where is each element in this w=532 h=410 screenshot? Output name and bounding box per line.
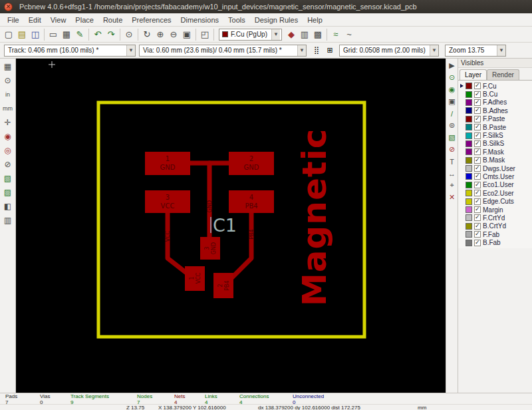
layer-row-margin[interactable]: Margin <box>460 206 532 214</box>
zoom-in-icon[interactable]: ⊕ <box>154 28 167 41</box>
open-board-icon[interactable]: ▤ <box>15 28 29 41</box>
menu-edit[interactable]: Edit <box>24 15 46 25</box>
layer-row-eco1user[interactable]: Eco1.User <box>460 181 532 189</box>
grid-size-dropdown[interactable]: Grid: 0.0508 mm (2.00 mils) ▼ <box>339 45 439 57</box>
layer-row-fcrtyd[interactable]: F.CrtYd <box>460 214 532 222</box>
grid-visibility-icon[interactable]: ▦ <box>1 60 15 73</box>
footprint-editor-icon[interactable]: ◰ <box>198 28 211 41</box>
plot-icon[interactable]: ✎ <box>73 28 86 41</box>
module-mode-icon[interactable]: ▩ <box>311 28 325 41</box>
add-via-icon[interactable]: ⊚ <box>446 120 458 131</box>
page-settings-icon[interactable]: ▭ <box>47 28 60 41</box>
layer-row-bcrtyd[interactable]: B.CrtYd <box>460 222 532 230</box>
layer-visibility-checkbox[interactable] <box>474 140 481 147</box>
layer-color-swatch[interactable] <box>466 206 472 213</box>
layer-row-fsilks[interactable]: F.SilkS <box>460 131 532 139</box>
layer-color-swatch[interactable] <box>466 99 472 106</box>
layer-color-swatch[interactable] <box>466 107 472 114</box>
save-board-icon[interactable]: ◫ <box>29 28 42 41</box>
units-inch-icon[interactable]: in <box>1 88 15 101</box>
menu-dimensions[interactable]: Dimensions <box>176 15 223 25</box>
ratsnest-icon[interactable]: ◉ <box>1 130 15 143</box>
layer-row-badhes[interactable]: B.Adhes <box>460 106 532 114</box>
layer-visibility-checkbox[interactable] <box>474 206 481 213</box>
layer-row-edgecuts[interactable]: Edge.Cuts <box>460 197 532 205</box>
layer-row-bsilks[interactable]: B.SilkS <box>460 140 532 148</box>
layer-row-fmask[interactable]: F.Mask <box>460 148 532 156</box>
layer-row-fadhes[interactable]: F.Adhes <box>460 99 532 106</box>
layer-visibility-checkbox[interactable] <box>474 157 481 164</box>
layer-visibility-checkbox[interactable] <box>474 124 481 130</box>
delete-item-icon[interactable]: ✕ <box>446 192 458 203</box>
tab-render[interactable]: Render <box>487 69 519 80</box>
redo-icon[interactable]: ↷ <box>104 28 118 41</box>
layer-selector-dropdown[interactable]: F.Cu (PgUp) ▼ <box>219 29 282 41</box>
zoom-redraw-icon[interactable]: ↻ <box>140 28 154 41</box>
menu-place[interactable]: Place <box>70 15 98 25</box>
layer-row-dwgsuser[interactable]: Dwgs.User <box>460 164 532 172</box>
units-mm-icon[interactable]: mm <box>1 102 15 115</box>
layer-row-eco2user[interactable]: Eco2.User <box>460 189 532 197</box>
layer-visibility-checkbox[interactable] <box>474 240 481 246</box>
polar-coords-icon[interactable]: ⊙ <box>1 74 15 87</box>
layer-visibility-checkbox[interactable] <box>474 165 481 172</box>
high-contrast-icon[interactable]: ◧ <box>1 200 15 213</box>
pcb-canvas[interactable]: 1 GND 2 GND 3 VCC 4 PB4 3 GND <box>16 59 446 393</box>
local-ratsnest-icon[interactable]: ◉ <box>446 84 458 95</box>
layer-color-swatch[interactable] <box>466 173 472 180</box>
layer-visibility-checkbox[interactable] <box>474 173 481 180</box>
layer-row-bmask[interactable]: B.Mask <box>460 156 532 164</box>
add-target-icon[interactable]: ⌖ <box>446 180 458 191</box>
cursor-shape-icon[interactable]: ✛ <box>1 116 15 129</box>
close-button-icon[interactable]: ✕ <box>4 3 13 11</box>
layer-visibility-checkbox[interactable] <box>474 214 481 221</box>
add-footprint-icon[interactable]: ▣ <box>446 96 458 107</box>
layer-visibility-checkbox[interactable] <box>474 190 481 196</box>
microwave-icon[interactable]: ~ <box>342 28 356 41</box>
copper-traces[interactable] <box>168 163 251 282</box>
menu-preferences[interactable]: Preferences <box>127 15 176 25</box>
component-value-text[interactable]: Magnetic <box>295 128 334 306</box>
layer-color-swatch[interactable] <box>466 132 472 139</box>
layer-color-swatch[interactable] <box>466 157 472 164</box>
menu-view[interactable]: View <box>46 15 71 25</box>
layer-color-swatch[interactable] <box>466 165 472 172</box>
show-zones-icon[interactable]: ▧ <box>1 172 15 185</box>
add-dimension-icon[interactable]: ↔ <box>446 168 458 179</box>
menu-design-rules[interactable]: Design Rules <box>250 15 303 25</box>
zoom-out-icon[interactable]: ⊖ <box>167 28 180 41</box>
pad-bottom-1-vcc[interactable] <box>185 266 205 291</box>
select-tool-icon[interactable]: ▶ <box>446 60 458 71</box>
layer-color-swatch[interactable] <box>466 124 472 130</box>
layer-color-swatch[interactable] <box>466 148 472 155</box>
layer-color-swatch[interactable] <box>466 116 472 122</box>
layer-color-swatch[interactable] <box>466 231 472 238</box>
layer-color-swatch[interactable] <box>466 198 472 205</box>
layer-visibility-checkbox[interactable] <box>474 116 481 122</box>
layer-visibility-checkbox[interactable] <box>474 182 481 188</box>
add-text-icon[interactable]: T <box>446 156 458 167</box>
auto-delete-track-icon[interactable]: ⊘ <box>1 158 15 171</box>
track-width-dropdown[interactable]: Track: 0.406 mm (16.00 mils) * ▼ <box>4 45 136 57</box>
layer-visibility-checkbox[interactable] <box>474 223 481 230</box>
layer-color-swatch[interactable] <box>466 214 472 221</box>
zones-outline-icon[interactable]: ▨ <box>1 186 15 199</box>
layers-manager-icon[interactable]: ▥ <box>298 28 311 41</box>
layer-visibility-checkbox[interactable] <box>474 132 481 139</box>
menu-help[interactable]: Help <box>303 15 327 25</box>
layer-color-swatch[interactable] <box>466 190 472 196</box>
layers-manager-toggle-icon[interactable]: ▥ <box>1 214 15 227</box>
component-reference-text[interactable]: C1 <box>213 215 237 236</box>
module-ratsnest-icon[interactable]: ◎ <box>1 144 15 157</box>
layer-row-fcu[interactable]: F.Cu <box>460 82 532 90</box>
layer-color-swatch[interactable] <box>466 182 472 188</box>
trace-pb4[interactable] <box>227 202 251 282</box>
add-keepout-icon[interactable]: ⊘ <box>446 144 458 155</box>
layer-color-swatch[interactable] <box>466 83 472 89</box>
layer-color-swatch[interactable] <box>466 140 472 147</box>
find-icon[interactable]: ⊙ <box>122 28 136 41</box>
track-mode-icon[interactable]: ≈ <box>329 28 342 41</box>
add-zone-icon[interactable]: ▧ <box>446 132 458 143</box>
layer-visibility-checkbox[interactable] <box>474 231 481 238</box>
grid-dots-icon[interactable]: ⣿ <box>310 44 323 57</box>
